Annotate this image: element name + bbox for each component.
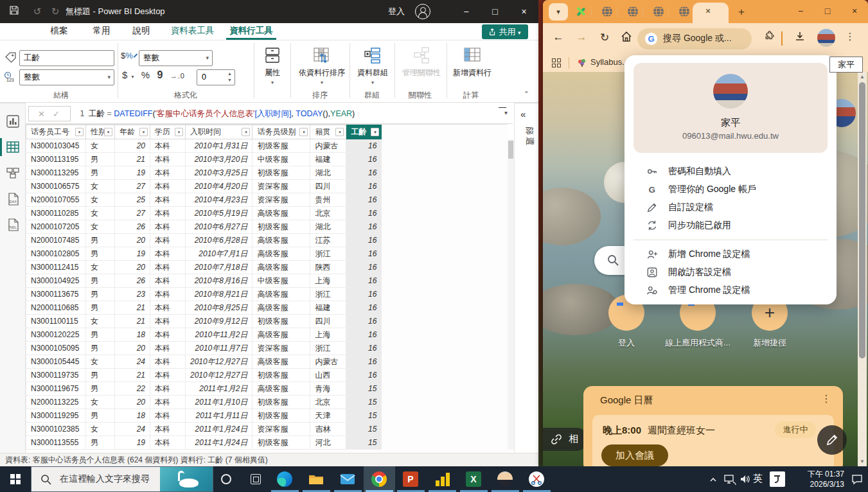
redo-icon[interactable]: ↻	[49, 5, 62, 18]
table-row[interactable]: N3000112415女20本科2010年7月18日高级客服陕西16	[26, 261, 382, 274]
maximize-button[interactable]: □	[481, 0, 509, 23]
customize-link-pill[interactable]: 相	[543, 428, 588, 451]
filter-dropdown-icon[interactable]: ▾	[75, 128, 84, 136]
column-header-5[interactable]: 入职时间▾	[186, 125, 252, 139]
tab-file[interactable]: 檔案	[46, 23, 72, 40]
formula-text[interactable]: 工齡 = DATEDIFF('客服中心话务员个人信息表'[入职时间], TODA…	[89, 109, 355, 119]
taskbar-app-chrome[interactable]	[364, 466, 395, 492]
table-row[interactable]: N2000107055女25本科2010年4月23日资深客服贵州16	[26, 193, 382, 207]
format-select[interactable]: 整數▾	[139, 50, 213, 66]
customize-chrome-button[interactable]	[817, 425, 847, 455]
back-icon[interactable]: ←	[551, 31, 566, 44]
table-row[interactable]: N3000113675男23本科2010年8月21日高级客服浙江16	[26, 288, 382, 301]
ime-mode-icon[interactable]	[770, 471, 785, 487]
table-row[interactable]: N3000119675男22本科2011年1月2日高级客服青海15	[26, 382, 382, 396]
table-row[interactable]: N3000102385女24本科2011年1月24日资深客服吉林15	[26, 423, 382, 436]
taskbar-app-snip[interactable]	[521, 466, 553, 492]
pinned-tab-globe-icon[interactable]	[652, 5, 665, 18]
tab-home[interactable]: 常用	[89, 23, 114, 40]
table-row[interactable]: N3000105095男20本科2010年11月7日资深客服浙江16	[26, 342, 382, 355]
volume-icon[interactable]	[739, 473, 752, 488]
account-avatar-icon[interactable]	[415, 4, 430, 19]
clock[interactable]: 下午 01:37 2026/3/13	[792, 469, 844, 489]
scrollbar-thumb[interactable]	[508, 141, 513, 159]
address-bar[interactable]: G 搜尋 Google 或...	[637, 28, 752, 49]
new-tab-button[interactable]: +	[734, 5, 748, 19]
filter-dropdown-icon[interactable]: ▾	[371, 128, 379, 136]
profile-avatar[interactable]	[817, 29, 835, 47]
scroll-up-icon[interactable]: ▲	[860, 74, 865, 80]
chrome-minimize-button[interactable]: −	[787, 0, 814, 22]
column-header-2[interactable]: 性别▾	[86, 125, 115, 139]
properties-button[interactable]: 屬性▾	[256, 46, 288, 85]
network-icon[interactable]	[723, 473, 736, 488]
hidden-icons-chevron[interactable]	[709, 475, 717, 486]
table-row[interactable]: N3001100115女21本科2010年9月12日初级客服四川16	[26, 315, 382, 328]
nav-table-view-icon[interactable]	[0, 134, 26, 160]
undo-icon[interactable]: ↺	[31, 5, 44, 18]
table-row[interactable]: N3000113555男19本科2011年1月24日初级客服河北15	[26, 436, 382, 450]
filter-dropdown-icon[interactable]: ▾	[335, 128, 344, 136]
pinned-tab-green-icon[interactable]	[574, 5, 587, 18]
save-icon[interactable]	[8, 5, 21, 18]
signin-link[interactable]: 登入	[388, 0, 405, 23]
tab-table-tools[interactable]: 資料表工具	[168, 23, 217, 40]
table-row[interactable]: N2000107205女26本科2010年6月27日初级客服湖北16	[26, 220, 382, 234]
page-scrollbar-thumb[interactable]	[859, 82, 865, 358]
taskbar-app-explorer[interactable]	[301, 466, 332, 492]
taskbar-app-mail[interactable]	[332, 466, 364, 492]
table-row[interactable]: N2000107485男20本科2010年6月28日高级客服江苏16	[26, 234, 382, 247]
filter-dropdown-icon[interactable]: ▾	[139, 128, 148, 136]
menu-item-1[interactable]: 新增 Chrome 設定檔	[631, 245, 830, 263]
card-menu-icon[interactable]: ⋮	[821, 392, 831, 405]
menu-item-3[interactable]: 管理 Chrome 設定檔	[631, 281, 830, 299]
chrome-maximize-button[interactable]: □	[814, 0, 841, 22]
page-scrollbar[interactable]: ▲ ▼	[858, 72, 867, 466]
apps-grid-icon[interactable]	[552, 58, 561, 67]
taskbar-app-person[interactable]	[490, 466, 521, 492]
table-row[interactable]: N3000102805男19本科2010年7月1日高级客服浙江16	[26, 247, 382, 261]
start-button[interactable]	[0, 466, 31, 492]
nav-dax-view-icon[interactable]: DAX	[0, 186, 26, 211]
sort-by-column-button[interactable]: 依資料行排序▾	[293, 46, 351, 85]
currency-percent-icons[interactable]: $ ▾ % 9 →.0	[122, 69, 185, 81]
formula-expand-icon[interactable]: ▾	[504, 109, 508, 116]
table-row[interactable]: N3000113195男21本科2010年3月20日中级客服福建16	[26, 153, 382, 166]
reload-icon[interactable]: ↻	[597, 31, 612, 44]
column-header-7[interactable]: 籍贯▾	[310, 125, 346, 139]
taskbar-app-powerbi[interactable]	[427, 466, 458, 492]
filter-dropdown-icon[interactable]: ▾	[242, 128, 250, 136]
column-header-4[interactable]: 学历▾	[150, 125, 186, 139]
data-groups-button[interactable]: 資料群組▾	[353, 46, 393, 85]
nav-model-view-icon[interactable]	[0, 160, 26, 186]
collapse-ribbon-icon[interactable]: ⌃	[524, 90, 529, 98]
chrome-menu-icon[interactable]: ⋮	[842, 31, 858, 42]
scroll-down-icon[interactable]: ▼	[860, 459, 865, 464]
filter-dropdown-icon[interactable]: ▾	[104, 128, 112, 136]
ime-language-indicator[interactable]: 英	[753, 473, 763, 485]
bookmark-item[interactable]: Syllabus.	[590, 57, 624, 67]
table-row[interactable]: N3000106575女27本科2010年4月20日资深客服四川16	[26, 180, 382, 193]
table-row[interactable]: N3000105445女24本科2010年12月27日高级客服内蒙古16	[26, 355, 382, 369]
filter-dropdown-icon[interactable]: ▾	[299, 128, 308, 136]
column-header-6[interactable]: 话务员级别▾	[252, 125, 310, 139]
close-tab-icon[interactable]: ×	[705, 6, 711, 16]
table-row[interactable]: N3000120225男18本科2010年11月2日高级客服上海16	[26, 328, 382, 342]
tab-search-button[interactable]: ▾	[549, 3, 568, 21]
table-row[interactable]: N2000110685男21本科2010年8月25日高级客服福建16	[26, 301, 382, 315]
pinned-tab-globe-icon[interactable]	[626, 5, 639, 18]
column-header-8[interactable]: 工齡▾	[346, 125, 382, 139]
minimize-button[interactable]: −	[452, 0, 481, 23]
menu-item-1[interactable]: 密碼和自動填入	[631, 163, 830, 180]
filter-dropdown-icon[interactable]: ▾	[175, 128, 183, 136]
task-view-icon[interactable]	[251, 474, 261, 484]
data-type-select[interactable]: 整數▾	[19, 69, 114, 85]
tab-column-tools[interactable]: 資料行工具	[226, 23, 276, 40]
column-header-3[interactable]: 年龄▾	[115, 125, 150, 139]
table-row[interactable]: N3000113295男19本科2010年3月25日初级客服湖北16	[26, 166, 382, 180]
cortana-icon[interactable]	[221, 474, 231, 484]
join-meeting-button[interactable]: 加入會議	[601, 444, 668, 466]
menu-item-3[interactable]: 自訂設定檔	[631, 198, 830, 216]
manage-relationships-button[interactable]: 管理關聯性	[397, 46, 446, 78]
table-row[interactable]: N3000104925男26本科2010年8月16日中级客服上海16	[26, 274, 382, 288]
